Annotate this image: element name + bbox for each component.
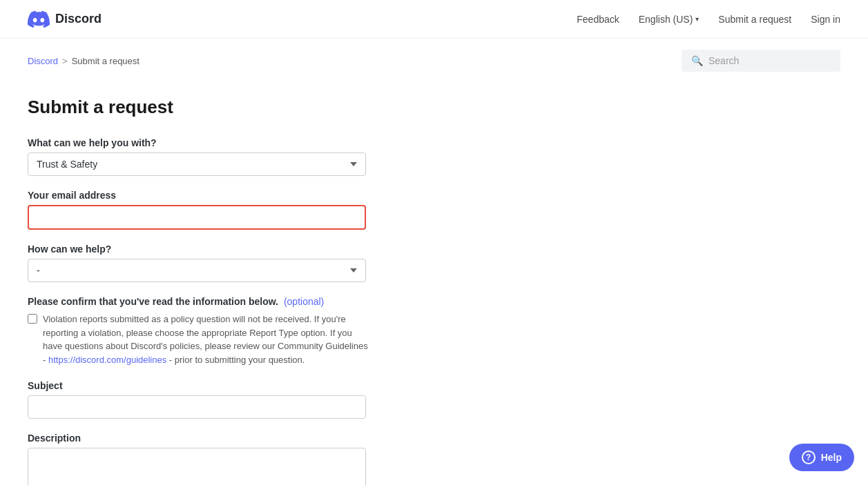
confirm-group: Please confirm that you've read the info… [28, 296, 456, 366]
breadcrumb-separator: > [62, 56, 68, 66]
chevron-down-icon: ▾ [695, 15, 699, 23]
search-input[interactable] [708, 55, 831, 66]
language-label: English (US) [639, 14, 693, 25]
search-icon: 🔍 [691, 55, 703, 66]
description-group: Description [28, 433, 456, 485]
what-can-we-help-select[interactable]: Trust & Safety [28, 152, 366, 176]
header: Discord Feedback English (US) ▾ Submit a… [0, 0, 868, 39]
confirm-checkbox-row: Violation reports submitted as a policy … [28, 313, 456, 366]
email-input[interactable] [28, 205, 366, 230]
subject-input[interactable] [28, 395, 366, 419]
what-can-we-help-group: What can we help you with? Trust & Safet… [28, 137, 456, 176]
feedback-link[interactable]: Feedback [577, 14, 619, 25]
confirm-label: Please confirm that you've read the info… [28, 296, 456, 307]
language-selector[interactable]: English (US) ▾ [639, 14, 700, 25]
subject-label: Subject [28, 380, 456, 391]
header-nav: Feedback English (US) ▾ Submit a request… [577, 14, 840, 25]
sign-in-link[interactable]: Sign in [811, 14, 840, 25]
submit-request-nav-link[interactable]: Submit a request [718, 14, 791, 25]
confirm-checkbox[interactable] [28, 314, 37, 324]
breadcrumb-home-link[interactable]: Discord [28, 56, 58, 66]
discord-logo-icon [28, 8, 50, 30]
main-content: Submit a request What can we help you wi… [0, 83, 483, 485]
what-can-we-help-label: What can we help you with? [28, 137, 456, 148]
how-can-we-help-select[interactable]: - [28, 259, 366, 282]
logo-link[interactable]: Discord [28, 8, 102, 30]
confirm-optional-label: (optional) [284, 296, 324, 307]
guidelines-link[interactable]: https://discord.com/guidelines [48, 355, 166, 365]
subject-group: Subject [28, 380, 456, 419]
help-button-label: Help [821, 452, 842, 463]
how-can-we-help-group: How can we help? - [28, 244, 456, 282]
page-title: Submit a request [28, 97, 456, 118]
top-bar: Discord > Submit a request 🔍 [0, 39, 868, 83]
search-box: 🔍 [682, 50, 840, 72]
description-textarea[interactable] [28, 448, 366, 485]
confirm-text: Violation reports submitted as a policy … [43, 313, 372, 366]
email-label: Your email address [28, 190, 456, 201]
breadcrumb-current: Submit a request [72, 56, 139, 66]
description-label: Description [28, 433, 456, 444]
logo-text: Discord [55, 12, 102, 26]
help-icon: ? [802, 451, 816, 464]
help-button[interactable]: ? Help [789, 444, 854, 471]
how-can-we-help-label: How can we help? [28, 244, 456, 255]
email-group: Your email address [28, 190, 456, 230]
breadcrumb: Discord > Submit a request [28, 56, 139, 66]
